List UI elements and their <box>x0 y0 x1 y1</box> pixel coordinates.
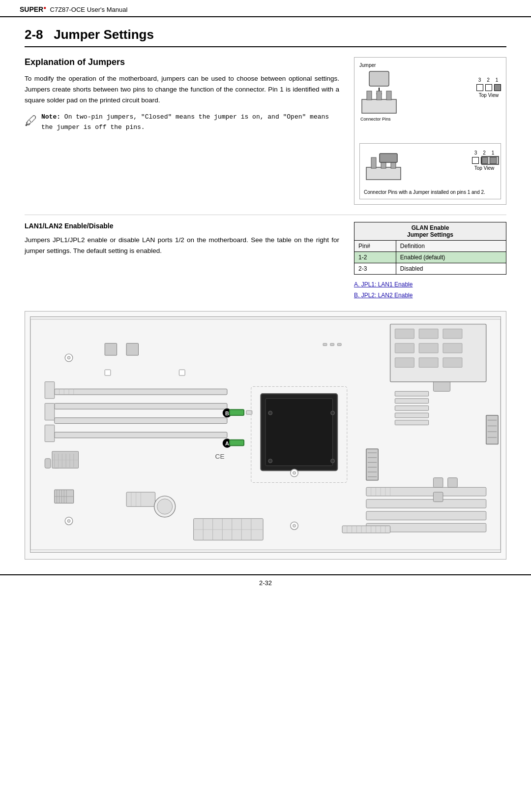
left-column: Explanation of Jumpers To modify the ope… <box>25 57 339 205</box>
jumper-diagrams: Jumper <box>354 57 506 205</box>
svg-text:A: A <box>225 440 229 446</box>
table-row-2-3: 2-3 Disabled <box>354 263 506 275</box>
svg-rect-79 <box>126 343 138 355</box>
chapter-heading: 2-8 Jumper Settings <box>25 27 506 47</box>
row1-def: Enabled (default) <box>396 252 506 263</box>
svg-rect-14 <box>366 487 486 496</box>
svg-rect-105 <box>105 370 111 375</box>
lan-left: LAN1/LAN2 Enable/Disable Jumpers JPL1/JP… <box>25 222 339 301</box>
top-view-area: 3 2 1 Top View <box>476 77 501 98</box>
svg-point-89 <box>293 471 296 474</box>
svg-rect-118 <box>433 477 443 487</box>
jumper-overlay <box>481 156 499 165</box>
note-box: 🖊 Note: On two-pin jumpers, "Closed" mea… <box>25 112 339 133</box>
brand-dot: ● <box>43 5 46 10</box>
pin-boxes-top <box>476 84 501 91</box>
svg-rect-98 <box>443 343 462 353</box>
svg-text:Connector Pins: Connector Pins <box>360 117 391 122</box>
pin-3-box <box>476 84 483 91</box>
svg-rect-3 <box>362 99 396 113</box>
note-icon: 🖊 <box>25 113 37 128</box>
svg-rect-108 <box>45 403 55 420</box>
main-content: 2-8 Jumper Settings Explanation of Jumpe… <box>0 17 531 574</box>
svg-rect-70 <box>395 420 428 425</box>
lan-right: GLAN Enable Jumper Settings Pin# Definit… <box>354 222 506 301</box>
svg-rect-15 <box>366 499 486 508</box>
svg-rect-39 <box>230 409 244 415</box>
svg-rect-4 <box>367 91 372 100</box>
jumper-label: Jumper <box>359 62 404 68</box>
top-view-label: Top View <box>479 93 499 98</box>
svg-rect-58 <box>194 518 263 540</box>
svg-rect-43 <box>230 439 244 445</box>
chapter-title: Jumper Settings <box>54 27 154 42</box>
svg-rect-101 <box>443 357 462 367</box>
svg-rect-100 <box>419 357 438 367</box>
svg-point-34 <box>331 411 335 415</box>
bottom-connector-svg <box>364 148 408 187</box>
svg-point-87 <box>293 524 296 527</box>
svg-rect-32 <box>266 398 333 466</box>
svg-rect-9 <box>371 157 376 168</box>
svg-text:CE: CE <box>215 452 225 460</box>
explanation-subtitle: Explanation of Jumpers <box>25 57 339 67</box>
bottom-diagram: 3 2 1 <box>359 143 501 199</box>
connector-svg: Connector Pins <box>359 69 404 138</box>
jpl1-link[interactable]: A. JPL1: LAN1 Enable <box>354 280 506 290</box>
svg-rect-99 <box>395 357 414 367</box>
explanation-body: To modify the operation of the motherboa… <box>25 73 339 105</box>
svg-rect-107 <box>45 381 55 398</box>
svg-rect-95 <box>443 329 462 339</box>
top-section: Explanation of Jumpers To modify the ope… <box>25 57 506 205</box>
jumper-table: GLAN Enable Jumper Settings Pin# Definit… <box>354 222 506 275</box>
svg-rect-0 <box>369 71 389 86</box>
svg-rect-119 <box>448 477 458 487</box>
table-col2-header: Definition <box>396 241 506 252</box>
page-footer: 2-32 <box>0 574 531 591</box>
jpl2-link[interactable]: B. JPL2: LAN2 Enable <box>354 290 506 301</box>
page-wrapper: SUPER● C7Z87-OCE User's Manual 2-8 Jumpe… <box>0 0 531 812</box>
top-view-label2: Top View <box>474 165 494 171</box>
svg-rect-121 <box>486 415 498 444</box>
svg-rect-97 <box>419 343 438 353</box>
svg-rect-110 <box>52 451 79 468</box>
svg-text:B: B <box>225 410 229 416</box>
svg-rect-68 <box>395 406 428 410</box>
bottom-diagram-inner: 3 2 1 <box>364 148 497 187</box>
diagram-caption: Connector Pins with a Jumper installed o… <box>364 189 497 195</box>
note-label: Note: <box>41 113 60 121</box>
svg-rect-96 <box>395 343 414 353</box>
connector-diagram: Jumper <box>359 62 404 139</box>
table-col1-header: Pin# <box>354 241 396 252</box>
brand-name: SUPER <box>20 5 43 13</box>
svg-rect-8 <box>366 167 401 180</box>
svg-rect-23 <box>55 389 227 395</box>
svg-rect-126 <box>323 343 327 345</box>
note-content: On two-pin jumpers, "Closed" means the j… <box>41 113 329 131</box>
svg-rect-66 <box>395 391 428 396</box>
svg-point-85 <box>67 519 70 522</box>
svg-rect-127 <box>330 343 334 345</box>
svg-rect-67 <box>395 398 428 403</box>
svg-rect-93 <box>395 329 414 339</box>
svg-rect-69 <box>395 413 428 418</box>
header-brand: SUPER● C7Z87-OCE User's Manual <box>20 5 127 13</box>
row2-pin: 2-3 <box>354 263 396 275</box>
right-column: Jumper <box>354 57 506 205</box>
svg-point-36 <box>331 459 335 463</box>
jpl-links: A. JPL1: LAN1 Enable B. JPL2: LAN2 Enabl… <box>354 280 506 301</box>
note-text: Note: On two-pin jumpers, "Closed" means… <box>41 112 339 133</box>
page-header: SUPER● C7Z87-OCE User's Manual <box>0 0 531 17</box>
svg-point-91 <box>157 499 173 514</box>
svg-rect-78 <box>105 343 117 355</box>
pin-numbers-top: 3 2 1 <box>478 77 499 83</box>
table-header-line1: GLAN Enable <box>358 224 502 231</box>
svg-rect-5 <box>377 91 382 100</box>
svg-point-81 <box>67 356 70 359</box>
row2-def: Disabled <box>396 263 506 275</box>
pin-2-box <box>485 84 492 91</box>
svg-rect-102 <box>45 458 51 468</box>
svg-point-33 <box>268 411 272 415</box>
lan-subtitle: LAN1/LAN2 Enable/Disable <box>25 222 339 230</box>
svg-rect-94 <box>419 329 438 339</box>
